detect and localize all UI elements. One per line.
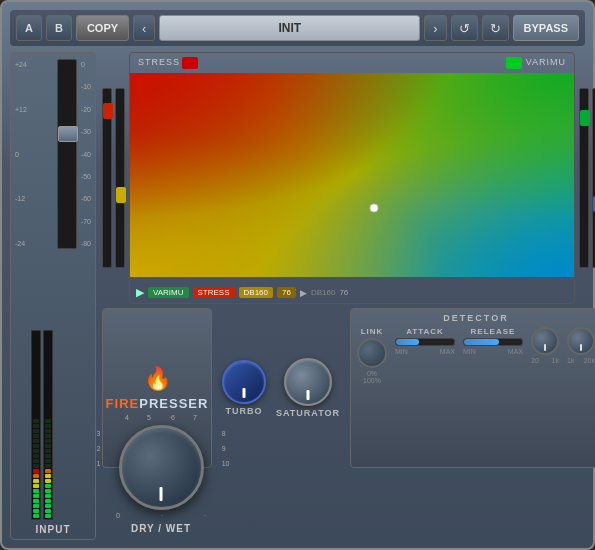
input-fader-track [57,59,77,249]
xy-dot[interactable] [370,204,379,213]
xy-pad-area: STRESS VARIMU ▶ VARIMU STRESS [102,52,595,304]
input-scale-left: +24 +12 0 -12 -24 [15,59,27,249]
freq-knob-1-indicator [544,344,546,351]
next-preset-button[interactable]: › [424,15,446,41]
drywet-knob-area: 3 2 1 8 9 10 [119,425,204,510]
input-meter-right [43,330,53,520]
stress-handle-2[interactable] [116,187,126,203]
drywet-scale: 4 5 ·6 7 [116,414,206,421]
undo-button[interactable]: ↺ [451,15,478,41]
logo-presser: PRESSER [139,396,208,411]
logo-text: FIREPRESSER [106,396,209,411]
preset-name: INIT [159,15,420,41]
stress-mode-tag[interactable]: STRESS [193,287,235,298]
drywet-bottom-scale: 0 · · [116,512,206,519]
input-label: INPUT [36,524,71,535]
detector-controls: LINK 0% 100% ATTACK [357,327,595,384]
turbo-group: TURBO [222,360,266,416]
attack-label: ATTACK [406,327,444,336]
varimu-slider-1 [579,88,589,268]
release-fill [464,339,499,345]
right-arrow-icon[interactable]: ▶ [300,288,307,298]
freq-knob-1[interactable] [531,327,559,355]
b-button[interactable]: B [46,15,72,41]
xy-num-label: DB160 [311,288,335,297]
saturator-knob[interactable] [284,358,332,406]
bypass-button[interactable]: BYPASS [513,15,579,41]
76-mode-tag[interactable]: 76 [277,287,296,298]
stress-slider-1 [102,88,112,268]
input-meter-left [31,330,41,520]
stress-label: STRESS [138,57,180,67]
attack-range[interactable] [395,338,455,346]
attack-fill [396,339,419,345]
input-meters: +24 +12 0 -12 -24 [15,59,91,520]
saturator-group: SATURATOR [276,358,340,418]
freq-knob-1-group: 20 1k [531,327,559,364]
varimu-indicator [506,57,522,69]
link-toggle[interactable] [357,338,387,368]
detector-title: DETECTOR [357,313,595,323]
input-vu-section: +24 +12 0 -12 -24 [10,52,96,540]
input-scale-right: 0 -10 -20 -30 -40 -50 -60 -70 -80 [81,59,91,249]
db160-mode-tag[interactable]: DB160 [239,287,273,298]
drywet-knob[interactable] [119,425,204,510]
freq-knob-2[interactable] [567,327,595,355]
turbo-label: TURBO [226,406,263,416]
top-knobs: TURBO SATURATOR [218,308,344,468]
freq-knob-1-labels: 20 1k [531,357,559,364]
varimu-label: VARIMU [526,57,566,67]
freq-knob-2-labels: 1k 20k [567,357,595,364]
freq-knob-2-group: 1k 20k [567,327,595,364]
xy-pad[interactable]: STRESS VARIMU ▶ VARIMU STRESS [129,52,575,304]
drywet-left-scale: 3 2 1 [97,430,101,467]
attack-group: ATTACK MIN MAX [395,327,455,355]
varimu-handle-1[interactable] [580,110,590,126]
a-button[interactable]: A [16,15,42,41]
xy-bottom-bar: ▶ VARIMU STRESS DB160 76 ▶ DB160 76 [136,286,568,299]
release-range-labels: MIN MAX [463,348,523,355]
link-sublabel: 0% 100% [363,370,381,384]
saturator-label: SATURATOR [276,408,340,418]
prev-preset-button[interactable]: ‹ [133,15,155,41]
stress-handle-1[interactable] [103,103,113,119]
right-sliders [579,52,595,304]
top-bar: A B COPY ‹ INIT › ↺ ↻ BYPASS [10,10,585,46]
link-label: LINK [361,327,384,336]
drywet-label: DRY / WET [131,523,191,534]
xy-gradient [130,73,574,277]
freq-knob-2-indicator [580,344,582,351]
logo-fire: FIRE [106,396,140,411]
release-group: RELEASE MIN MAX [463,327,523,355]
drywet-section: 4 5 ·6 7 3 2 1 8 9 10 0 · · DRY / WE [116,414,206,534]
redo-button[interactable]: ↻ [482,15,509,41]
plugin-frame: A B COPY ‹ INIT › ↺ ↻ BYPASS +24 +12 0 -… [0,0,595,550]
saturator-indicator [307,390,310,400]
copy-button[interactable]: COPY [76,15,129,41]
link-group: LINK 0% 100% [357,327,387,384]
turbo-indicator [243,388,246,398]
left-sliders [102,52,125,304]
input-fader-handle[interactable] [58,126,78,142]
stress-indicator [182,57,198,69]
logo-icon: 🔥 [144,366,171,392]
xy-76-label: 76 [339,288,348,297]
varimu-mode-tag[interactable]: VARIMU [148,287,189,298]
turbo-knob[interactable] [222,360,266,404]
stress-slider-2 [115,88,125,268]
drywet-indicator [160,487,163,501]
attack-range-labels: MIN MAX [395,348,455,355]
release-range[interactable] [463,338,523,346]
play-icon[interactable]: ▶ [136,286,144,299]
release-label: RELEASE [471,327,516,336]
detector-section: DETECTOR LINK 0% 100% [350,308,595,468]
drywet-right-scale: 8 9 10 [222,430,230,467]
